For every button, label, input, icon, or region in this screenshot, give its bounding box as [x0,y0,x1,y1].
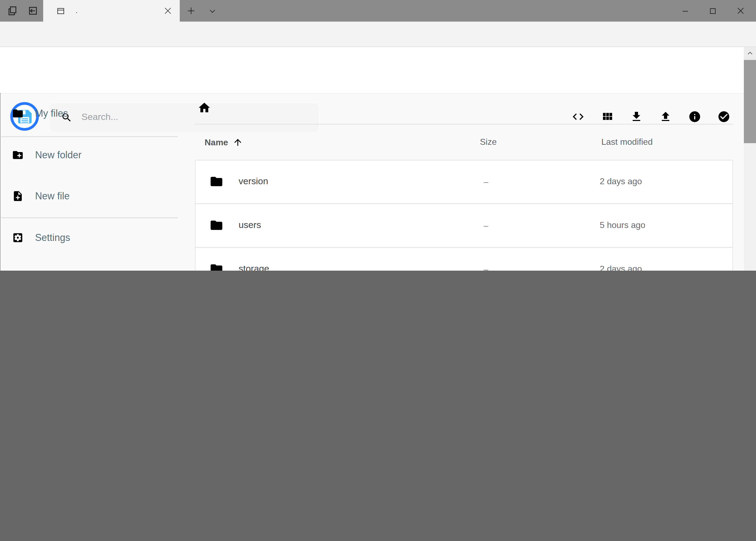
column-header-size[interactable]: Size [480,137,497,147]
table-row[interactable]: users – 5 hours ago [195,204,732,248]
file-modified: 2 days ago [600,264,642,270]
file-name: users [239,220,261,231]
file-size: – [484,177,488,186]
sidebar-item-label: Settings [35,232,70,244]
file-modified: 2 days ago [600,177,642,186]
sidebar-item-logout[interactable]: Logout [12,266,65,270]
file-listing: version – 2 days ago users – 5 hours ago… [195,160,733,270]
browser-nav-bar: filebrowser.web/files/ [0,22,756,47]
column-header-last-modified[interactable]: Last modified [601,137,652,147]
folder-icon [209,262,223,270]
sidebar-item-my-files[interactable]: My files [12,101,68,126]
sort-ascending-icon [232,137,243,148]
breadcrumb-home-icon[interactable] [197,101,211,115]
tabs-aside-icon[interactable] [6,5,18,17]
scrollbar-thumb[interactable] [744,60,756,143]
upload-icon[interactable] [659,110,672,123]
column-label: Name [205,138,228,147]
sidebar-item-new-folder[interactable]: New folder [12,142,82,168]
browser-tab-bar: . [0,0,756,22]
search-bar[interactable] [50,103,319,132]
sidebar-item-label: My files [35,108,68,119]
file-name: version [239,176,268,187]
browser-tab[interactable]: . [43,0,180,22]
sidebar-divider [1,136,178,137]
file-name: storage [239,264,269,270]
sidebar-item-label: New folder [35,149,82,161]
tab-title: . [76,6,78,15]
folder-icon [209,175,223,189]
gear-icon [12,232,24,244]
file-size: – [484,265,488,270]
app-header [0,47,756,93]
sidebar-item-label: New file [35,191,70,202]
sidebar-divider [1,217,178,218]
search-input[interactable] [81,111,288,123]
maximize-icon[interactable] [708,6,717,15]
select-multiple-icon[interactable] [717,110,730,123]
sidebar-item-settings[interactable]: Settings [12,225,70,251]
folder-icon [12,108,24,119]
new-file-icon [12,190,24,202]
table-row[interactable]: storage – 2 days ago [195,248,732,270]
file-size: – [484,221,488,230]
tab-page-icon [56,6,65,16]
window-controls [680,0,752,22]
table-row[interactable]: version – 2 days ago [195,161,732,204]
info-icon[interactable] [688,110,701,123]
tab-list-chevron-icon[interactable] [208,7,216,15]
browser-window: . filebrowser.web/files/ [0,0,756,270]
minimize-icon[interactable] [680,6,690,15]
file-modified: 5 hours ago [600,221,645,230]
new-folder-icon [12,149,24,161]
column-header-name[interactable]: Name [205,137,243,148]
folder-icon [209,218,223,232]
scrollbar-up-button[interactable] [744,47,756,60]
breadcrumb-divider [195,124,733,125]
download-icon[interactable] [630,110,643,123]
sidebar-item-new-file[interactable]: New file [12,183,70,209]
close-icon[interactable] [735,6,745,16]
raw-editor-code-icon[interactable] [572,110,585,123]
new-tab-icon[interactable] [186,6,196,16]
header-toolbar [572,110,730,123]
restore-tabs-icon[interactable] [27,5,39,17]
tab-close-icon[interactable] [163,6,173,16]
chevron-up-icon [746,49,754,57]
switch-view-grid-icon[interactable] [601,110,614,123]
